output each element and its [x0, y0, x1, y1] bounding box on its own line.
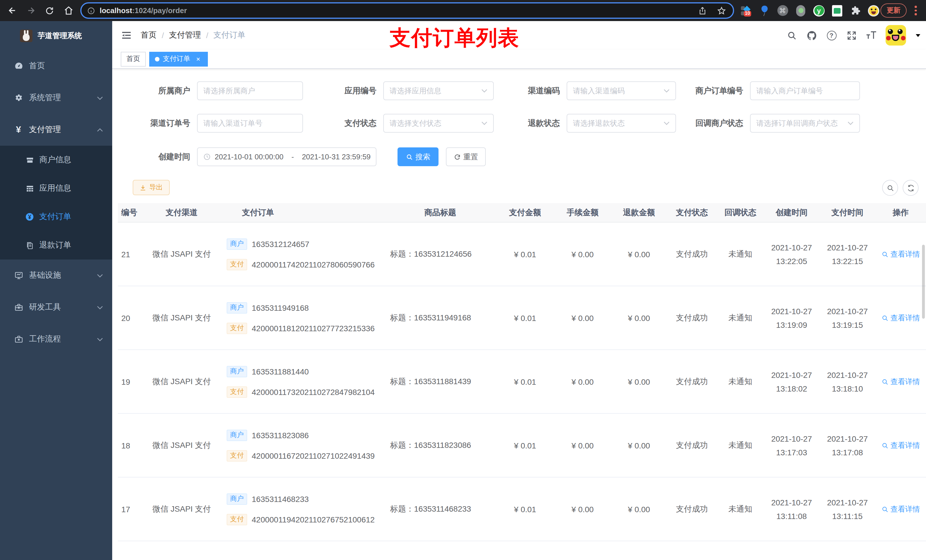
browser-home-button[interactable] [62, 4, 75, 17]
extension-balloon-icon[interactable] [758, 5, 770, 16]
search-icon[interactable] [786, 30, 797, 41]
merchant-order-no-input[interactable] [750, 82, 860, 100]
search-icon [406, 153, 413, 160]
breadcrumb-pay-manage[interactable]: 支付管理 [169, 30, 201, 41]
sidebar-item-label: 研发工具 [29, 302, 61, 312]
view-detail-link[interactable]: 查看详情 [881, 313, 920, 323]
filter-create-time: 创建时间 2021-10-01 00:00:00 - 2021-10-31 23… [122, 147, 377, 166]
app-logo: 芋道管理系统 [0, 21, 112, 50]
sidebar-item-system[interactable]: 系统管理 [0, 82, 112, 114]
extension-chat-icon[interactable] [831, 5, 843, 16]
tab-home[interactable]: 首页 [121, 51, 146, 66]
user-avatar[interactable] [885, 25, 906, 45]
sidebar-item-label: 系统管理 [29, 93, 61, 103]
search-button[interactable]: 搜索 [398, 147, 439, 166]
browser-update-button[interactable]: 更新 [881, 3, 906, 18]
export-button[interactable]: 导出 [133, 180, 170, 195]
bookmark-star-icon[interactable] [717, 6, 726, 15]
view-detail-link[interactable]: 查看详情 [881, 440, 920, 450]
sidebar-item-refund-order[interactable]: 退款订单 [0, 231, 112, 260]
profile-avatar-icon[interactable] [868, 5, 879, 16]
cell-create-time: 2021-10-2713:11:08 [764, 495, 820, 523]
merchant-order-no: 1635311949168 [252, 303, 309, 312]
toggle-search-button[interactable] [882, 180, 898, 196]
view-detail-link[interactable]: 查看详情 [881, 376, 920, 387]
merchant-input[interactable] [197, 82, 303, 100]
search-icon [881, 251, 888, 258]
tab-label: 支付订单 [163, 54, 190, 64]
extensions-puzzle-button[interactable] [850, 5, 861, 16]
merchant-order-no: 1635311881440 [252, 367, 309, 376]
export-button-label: 导出 [149, 183, 163, 192]
cell-title: 标题：1635311949168 [384, 313, 496, 323]
extension-y-icon[interactable]: y [813, 5, 825, 16]
cell-channel: 微信 JSAPI 支付 [143, 440, 220, 450]
browser-menu-button[interactable] [915, 6, 917, 15]
yen-icon: ¥ [14, 125, 23, 135]
cell-refund: ¥ 0.00 [611, 441, 667, 450]
sidebar-item-infrastructure[interactable]: 基础设施 [0, 260, 112, 291]
chevron-down-icon [663, 121, 670, 125]
tab-pay-order[interactable]: 支付订单 × [149, 51, 208, 66]
chevron-down-icon [847, 121, 854, 125]
page-annotation: 支付订单列表 [390, 24, 519, 52]
chevron-down-icon [663, 89, 670, 93]
pay-order-no: 4200001181202110277723215336 [252, 323, 375, 333]
url-host: localhost [100, 6, 132, 15]
tab-label: 首页 [126, 54, 140, 64]
browser-back-button[interactable] [5, 4, 19, 17]
fullscreen-icon[interactable] [846, 30, 857, 41]
refresh-table-button[interactable] [903, 180, 918, 196]
breadcrumb-separator: / [206, 31, 209, 40]
browser-forward-button[interactable] [24, 4, 38, 17]
sidebar-item-app-info[interactable]: 应用信息 [0, 174, 112, 202]
date-range-picker[interactable]: 2021-10-01 00:00:00 - 2021-10-31 23:59:5… [197, 147, 377, 166]
dashboard-icon [14, 62, 23, 71]
extension-recorder-icon[interactable] [795, 5, 806, 16]
share-icon[interactable] [698, 6, 707, 15]
document-copy-icon [25, 241, 34, 249]
cell-id: 21 [118, 249, 143, 259]
sidebar-item-merchant-info[interactable]: 商户信息 [0, 146, 112, 174]
extension-sketch-icon[interactable]: 10 [740, 5, 752, 16]
sidebar-item-label: 支付订单 [39, 212, 71, 222]
font-size-icon[interactable] [865, 30, 877, 41]
shop-icon [25, 155, 34, 164]
help-icon[interactable]: ? [826, 30, 837, 41]
sidebar-collapse-button[interactable] [121, 30, 132, 41]
channel-code-select[interactable]: 请输入渠道编码 [567, 82, 676, 100]
col-header-notify: 回调状态 [717, 207, 764, 218]
view-detail-link[interactable]: 查看详情 [881, 249, 920, 259]
sidebar-item-workflow[interactable]: 工作流程 [0, 323, 112, 355]
sidebar-item-payment[interactable]: ¥ 支付管理 [0, 114, 112, 146]
tab-close-icon[interactable]: × [194, 55, 202, 63]
extension-command-icon[interactable]: ⌘ [777, 5, 788, 16]
sidebar-item-pay-order[interactable]: 支付订单 [0, 202, 112, 231]
view-detail-link[interactable]: 查看详情 [881, 504, 920, 514]
notify-status-select[interactable]: 请选择订单回调商户状态 [750, 114, 860, 133]
avatar-caret-icon[interactable] [916, 34, 920, 37]
search-icon [881, 442, 888, 449]
pay-status-select[interactable]: 请选择支付状态 [383, 114, 494, 133]
cell-notify: 未通知 [717, 249, 764, 259]
sidebar-payment-submenu: 商户信息 应用信息 支付订单 [0, 146, 112, 260]
sidebar-item-label: 退款订单 [39, 240, 71, 251]
search-icon [881, 506, 888, 512]
pay-order-no: 4200001167202110271022491439 [252, 451, 375, 460]
app-id-select[interactable]: 请选择应用信息 [383, 82, 494, 100]
sidebar-item-home[interactable]: 首页 [0, 50, 112, 82]
github-icon[interactable] [806, 30, 817, 41]
url-path: :1024/pay/order [132, 6, 187, 15]
page-scrollbar-thumb[interactable] [922, 245, 925, 319]
reset-button[interactable]: 重置 [446, 147, 486, 166]
breadcrumb-home[interactable]: 首页 [141, 30, 157, 41]
channel-order-no-input[interactable] [197, 114, 303, 133]
url-bar[interactable]: localhost:1024/pay/order [80, 2, 734, 19]
pay-tag: 支付 [227, 386, 247, 397]
sidebar-item-dev-tools[interactable]: 研发工具 [0, 291, 112, 323]
browser-reload-button[interactable] [43, 4, 56, 17]
filter-refund-status: 退款状态 请选择退款状态 [492, 114, 676, 133]
col-header-actions: 操作 [875, 207, 926, 218]
merchant-tag: 商户 [227, 429, 247, 441]
refund-status-select[interactable]: 请选择退款状态 [567, 114, 676, 133]
